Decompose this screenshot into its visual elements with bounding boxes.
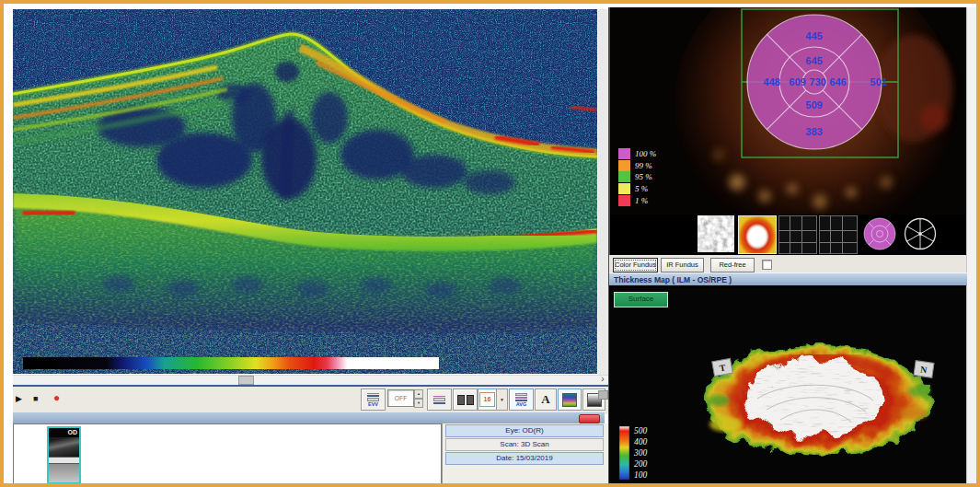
scan-thumbnail-od[interactable]: OD <box>47 426 81 484</box>
thumbnail-thickness-map[interactable] <box>738 215 777 254</box>
toolbar-overflow-button[interactable] <box>598 390 608 400</box>
thumbnail-grid-map-2[interactable] <box>819 215 858 254</box>
evv-button[interactable]: EVV <box>361 388 386 411</box>
oct-intensity-colorbar <box>23 357 439 369</box>
svg-text:500: 500 <box>634 426 648 435</box>
svg-text:200: 200 <box>634 459 648 469</box>
scan-info-bar[interactable]: Scan: 3D Scan <box>445 438 604 451</box>
record-button[interactable]: ● <box>53 388 66 407</box>
tab-red-free[interactable]: Red-free <box>710 258 755 272</box>
legend-swatch <box>618 195 630 206</box>
legend-swatch <box>618 160 630 171</box>
etdrs-value-inner-top: 645 <box>806 55 823 66</box>
dual-scan-icon <box>457 395 474 405</box>
layers-icon <box>367 393 379 401</box>
svg-text:300: 300 <box>633 448 648 458</box>
thumbnail-fundus-image <box>49 464 79 483</box>
etdrs-value-outer-right: 501 <box>870 76 887 87</box>
legend-swatch <box>618 148 630 159</box>
svg-text:100: 100 <box>634 470 648 480</box>
bottom-panel-header <box>13 412 605 423</box>
evv-label: EVV <box>368 401 378 407</box>
spin-up-icon[interactable]: ▲ <box>414 389 423 399</box>
thumbnail-significance-map[interactable] <box>861 215 898 252</box>
oct-software-window: › ▶ ■ ● EVV OFF ▲ ▼ 16 ▼ AVG A <box>0 0 980 487</box>
eye-info-bar[interactable]: Eye: OD(R) <box>445 424 604 437</box>
play-button[interactable]: ▶ <box>16 389 27 408</box>
color-map-button[interactable] <box>558 388 582 411</box>
etdrs-value-outer-left: 448 <box>764 76 780 87</box>
etdrs-value-outer-top: 445 <box>806 30 823 41</box>
collapse-panel-button[interactable] <box>579 414 600 423</box>
off-spinner[interactable]: OFF ▲ ▼ <box>387 389 423 407</box>
thickness-colorbar <box>619 426 629 480</box>
tab-ir-fundus[interactable]: IR Fundus <box>661 258 704 272</box>
legend-swatch <box>618 171 630 182</box>
legend-label: 95 % <box>635 172 652 181</box>
svg-text:400: 400 <box>634 437 648 446</box>
orientation-tile-nasal: N <box>914 361 934 378</box>
frame-count-value: 16 <box>479 392 495 407</box>
spin-down-icon[interactable]: ▼ <box>414 399 423 408</box>
thumbnail-grayscale-map[interactable] <box>698 215 734 252</box>
dual-view-button[interactable] <box>453 388 478 411</box>
legend-label: 5 % <box>635 184 648 193</box>
etdrs-value-inner-right: 646 <box>830 76 847 87</box>
oct-bscan-view[interactable] <box>13 9 597 374</box>
legend-label: 99 % <box>635 161 652 170</box>
thumbnail-bscan-image <box>49 437 79 457</box>
overlay-layers-button[interactable] <box>427 388 452 411</box>
tab-color-fundus[interactable]: Color Fundus <box>613 258 658 272</box>
average-button[interactable]: AVG <box>509 388 534 411</box>
fundus-option-checkbox[interactable] <box>762 260 772 270</box>
thumbnail-eye-label: OD <box>49 428 79 437</box>
frame-count-button[interactable]: 16 <box>478 388 497 411</box>
orientation-tile-temporal: T <box>712 358 732 376</box>
stop-button[interactable]: ■ <box>33 389 44 408</box>
legend-label: 1 % <box>635 196 648 205</box>
thumbnail-sector-wheel[interactable] <box>902 215 939 252</box>
legend-label: 100 % <box>635 149 656 158</box>
legend-swatch <box>618 183 630 194</box>
avg-label: AVG <box>516 401 527 407</box>
layers-icon <box>433 396 445 404</box>
etdrs-value-outer-bottom: 383 <box>806 126 823 137</box>
off-value: OFF <box>387 389 414 407</box>
scroll-right-icon[interactable]: › <box>597 374 608 385</box>
thickness-3d-view[interactable]: T N 500 400 300 200 100 <box>610 288 966 483</box>
layers-icon <box>515 393 527 401</box>
oct-vertical-scrollbar[interactable] <box>598 9 608 375</box>
oct-scrollbar-thumb[interactable] <box>238 376 254 385</box>
thumbnail-caption-band <box>49 457 79 464</box>
thumbnail-grid-map-1[interactable] <box>778 215 817 254</box>
etdrs-value-inner-bottom: 509 <box>806 99 823 110</box>
date-info-bar[interactable]: Date: 15/03/2019 <box>445 452 604 465</box>
colormap-icon <box>562 393 577 407</box>
significance-legend: 100 % 99 % 95 % 5 % 1 % <box>618 148 656 206</box>
fundus-view[interactable]: 445 645 448 609 730 646 501 509 383 <box>610 7 966 215</box>
frame-count-dropdown[interactable]: ▼ <box>496 388 508 411</box>
etdrs-value-inner-left: 609 <box>790 76 806 87</box>
thickness-colorbar-labels: 500 400 300 200 100 <box>633 426 648 480</box>
annotation-text-button[interactable]: A <box>535 388 557 411</box>
right-scrollbar-track[interactable] <box>966 7 977 483</box>
surface-mode-button[interactable]: Surface <box>614 292 668 307</box>
thickness-map-header: Thickness Map ( ILM - OS/RPE ) <box>609 272 967 285</box>
etdrs-value-center: 730 <box>810 76 826 87</box>
